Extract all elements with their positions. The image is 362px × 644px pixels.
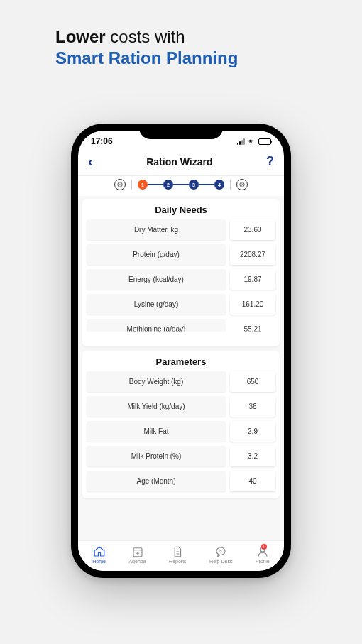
table-row: Methionine (a/dav)55.21 (87, 319, 275, 339)
step-prev-button[interactable] (114, 179, 126, 190)
milk-yield-input[interactable] (230, 396, 275, 417)
table-row: Milk Yield (kg/day) (87, 396, 275, 417)
table-row: Energy (kcal/day)19.87 (87, 269, 275, 290)
nav-label: Help Desk (209, 559, 232, 564)
nav-home[interactable]: Home (92, 545, 106, 564)
notification-badge: ! (261, 544, 267, 550)
nav-label: Profile (256, 559, 270, 564)
nav-agenda[interactable]: Agenda (128, 545, 146, 564)
headline-line-1: Lower costs with (55, 27, 362, 47)
wizard-stepper: 1 2 3 4 (78, 175, 284, 196)
step-2[interactable]: 2 (163, 180, 173, 190)
table-row: Milk Protein (%) (87, 446, 275, 466)
help-button[interactable]: ? (266, 154, 274, 169)
row-label: Methionine (a/dav) (87, 319, 226, 339)
app-header: ‹ Ration Wizard ? (78, 149, 284, 175)
content-area[interactable]: Daily Needs Dry Matter, kg23.63 Protein … (78, 196, 284, 540)
row-value: 55.21 (230, 319, 275, 339)
age-input[interactable] (230, 471, 275, 491)
row-label: Milk Fat (87, 421, 226, 442)
row-label: Energy (kcal/day) (87, 269, 226, 290)
nav-label: Agenda (128, 559, 146, 564)
table-row: Milk Fat (87, 421, 275, 442)
milk-protein-input[interactable] (230, 446, 275, 466)
bottom-nav: Home Agenda Reports ? Help Desk ! P (78, 540, 284, 571)
nav-label: Reports (169, 559, 187, 564)
table-row: Protein (g/day)2208.27 (87, 244, 275, 265)
body-weight-input[interactable] (230, 371, 275, 392)
row-label: Milk Yield (kg/day) (87, 396, 226, 417)
row-label: Milk Protein (%) (87, 446, 226, 466)
table-row: Body Weight (kg) (87, 371, 275, 392)
document-icon (171, 545, 184, 558)
nav-profile[interactable]: ! Profile (256, 545, 270, 564)
step-4[interactable]: 4 (214, 180, 224, 190)
phone-mockup: 17:06 ᯤ ‹ Ration Wizard ? 1 (71, 124, 291, 578)
row-label: Body Weight (kg) (87, 371, 226, 392)
marketing-headline: Lower costs with Smart Ration Planning (0, 0, 362, 68)
step-next-button[interactable] (236, 179, 248, 190)
row-label: Dry Matter, kg (87, 219, 226, 240)
table-row: Lysine (g/day)161.20 (87, 294, 275, 315)
wifi-icon: ᯤ (248, 137, 256, 146)
back-button[interactable]: ‹ (88, 153, 93, 170)
home-icon (93, 545, 106, 558)
nav-helpdesk[interactable]: ? Help Desk (209, 545, 232, 564)
row-value: 19.87 (230, 269, 275, 290)
page-title: Ration Wizard (146, 156, 212, 168)
row-value: 2208.27 (230, 244, 275, 265)
nav-label: Home (92, 559, 106, 564)
status-time: 17:06 (91, 136, 113, 146)
milk-fat-input[interactable] (230, 421, 275, 442)
row-label: Age (Month) (87, 471, 226, 491)
signal-icon (237, 138, 245, 145)
row-label: Lysine (g/day) (87, 294, 226, 315)
svg-point-2 (240, 182, 244, 187)
step-3[interactable]: 3 (189, 180, 199, 190)
parameters-title: Parameters (87, 356, 275, 367)
row-value: 161.20 (230, 294, 275, 315)
svg-text:?: ? (220, 550, 223, 554)
row-value: 23.63 (230, 219, 275, 240)
table-row: Dry Matter, kg23.63 (87, 219, 275, 240)
table-row: Age (Month) (87, 471, 275, 491)
chat-question-icon: ? (214, 545, 227, 558)
step-1[interactable]: 1 (138, 180, 148, 190)
parameters-card: Parameters Body Weight (kg) Milk Yield (… (82, 351, 280, 498)
row-label: Protein (g/day) (87, 244, 226, 265)
calendar-plus-icon (131, 545, 144, 558)
headline-line-2: Smart Ration Planning (55, 48, 362, 68)
nav-reports[interactable]: Reports (169, 545, 187, 564)
phone-notch (139, 124, 223, 139)
battery-icon (258, 138, 271, 145)
daily-needs-card: Daily Needs Dry Matter, kg23.63 Protein … (82, 199, 280, 346)
daily-needs-title: Daily Needs (87, 204, 275, 215)
